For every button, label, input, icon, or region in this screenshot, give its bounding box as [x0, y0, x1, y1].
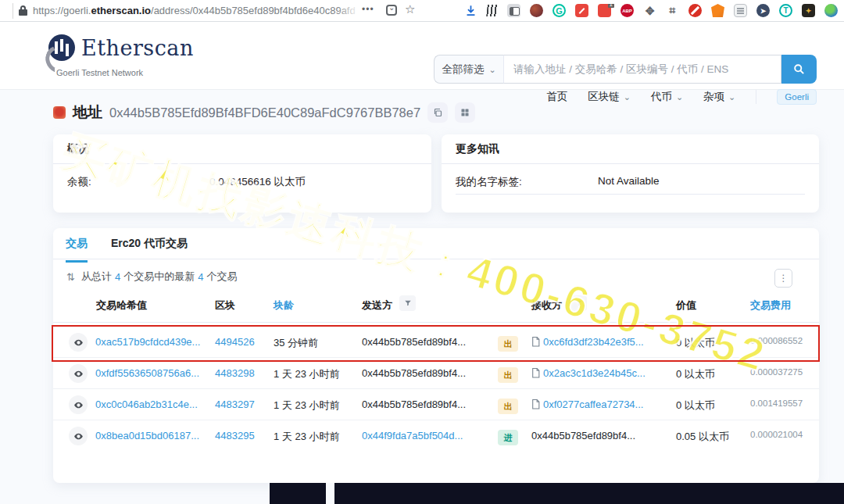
pocket-icon[interactable]: [386, 5, 397, 16]
nav-tokens[interactable]: 代币⌄: [651, 90, 683, 104]
col-from: 发送方: [362, 298, 392, 313]
tx-summary: ⇅ 从总计 4 个交易中的最新 4 个交易: [66, 270, 237, 284]
eye-icon: [73, 400, 84, 410]
tx-total-count[interactable]: 4: [115, 271, 120, 283]
tether-icon[interactable]: T: [779, 4, 792, 17]
nav-misc[interactable]: 杂项⌄: [703, 90, 735, 104]
nav-blockchain[interactable]: 区块链⌄: [588, 90, 631, 104]
more-info-card-title: 更多知讯: [442, 134, 819, 164]
address-identicon: [53, 106, 66, 119]
transactions-card: 交易 Erc20 代币交易 ⇅ 从总计 4 个交易中的最新 4 个交易 ⋮ 交易…: [53, 228, 819, 483]
to-address: 0x2ac3c1d3e24b45c...: [531, 367, 646, 379]
block-link[interactable]: 4483295: [215, 430, 255, 441]
url-fade: [336, 2, 359, 20]
page-actions-icon[interactable]: •••: [362, 4, 374, 15]
dark-app-icon[interactable]: ✦: [802, 4, 815, 17]
to-address-link[interactable]: 0xf0277caffea72734...: [543, 399, 643, 410]
pointer-icon[interactable]: ➤: [756, 4, 770, 17]
name-tag-value: Not Available: [598, 175, 660, 189]
filter-icon: [404, 299, 412, 307]
tx-value: 0.05 以太币: [676, 430, 729, 444]
block-link[interactable]: 4483298: [215, 367, 255, 379]
divider: [456, 194, 805, 195]
filter-from-button[interactable]: [399, 295, 416, 311]
etherscan-logo-icon[interactable]: [48, 34, 75, 61]
block-link[interactable]: 4483297: [215, 399, 255, 410]
nav-home[interactable]: 首页: [546, 90, 567, 104]
col-to: 接收方: [531, 298, 562, 313]
copy-address-button[interactable]: [427, 102, 448, 123]
copy-icon: [433, 108, 442, 117]
tx-fee: 0.001419557: [750, 399, 803, 408]
page-footer-strip: [270, 483, 844, 504]
eye-icon: [73, 369, 84, 379]
extension-row: G 1 ABP ✥ ⌗ ➤ T ✦: [464, 4, 844, 18]
library-icon[interactable]: [486, 5, 499, 16]
filter-to-button[interactable]: [570, 295, 587, 311]
chevron-down-icon: ⌄: [728, 94, 735, 100]
from-address: 0x44b5b785efd89bf4...: [362, 367, 466, 379]
to-address: 0xc6fd3df23b42e3f5...: [531, 336, 644, 348]
network-label: Goerli Testnet Network: [55, 68, 146, 79]
eye-button[interactable]: [69, 333, 88, 352]
move-icon[interactable]: ✥: [643, 4, 656, 17]
divider: [53, 322, 819, 323]
download-icon[interactable]: [464, 4, 477, 17]
extension-clipper-icon[interactable]: [575, 4, 588, 17]
block-link[interactable]: 4494526: [215, 336, 255, 348]
divider: [53, 259, 819, 259]
extension-screenshot-icon[interactable]: 1: [598, 4, 611, 17]
main-nav: 首页 区块链⌄ 代币⌄ 杂项⌄ Goerli: [546, 89, 817, 105]
apps-grid-button[interactable]: [455, 102, 475, 123]
earth-icon[interactable]: [824, 4, 838, 17]
screen: https://goerli.etherscan.io/address/0x44…: [0, 0, 844, 504]
tx-fee: 0.000021004: [750, 430, 803, 439]
direction-badge: 出: [498, 336, 518, 352]
tx-value: 0 以太币: [676, 367, 715, 381]
search-icon: [793, 63, 805, 75]
eye-button[interactable]: [69, 427, 88, 445]
to-address-link[interactable]: 0x2ac3c1d3e24b45c...: [543, 367, 646, 379]
chevron-down-icon: ⌄: [676, 94, 683, 100]
search-button[interactable]: [781, 55, 817, 84]
tx-hash-link[interactable]: 0xc0c046ab2b31c4e...: [95, 399, 198, 410]
sidebar-icon[interactable]: [507, 4, 520, 17]
col-age[interactable]: 块龄: [274, 298, 294, 313]
col-fee[interactable]: 交易费用: [750, 298, 791, 313]
blocker-icon[interactable]: [688, 4, 702, 17]
adblock-icon[interactable]: ABP: [620, 4, 634, 17]
tx-hash-link[interactable]: 0xac517b9cfdcd439e...: [95, 336, 200, 348]
bookmark-star-icon[interactable]: ☆: [405, 2, 415, 16]
to-address-link[interactable]: 0xc6fd3df23b42e3f5...: [543, 336, 644, 348]
search-input[interactable]: [503, 55, 781, 84]
toolbar-divider: [13, 3, 13, 19]
tx-hash-link[interactable]: 0xfdf55636508756a6...: [95, 367, 199, 379]
balance-label: 余额:: [67, 175, 209, 189]
table-options-button[interactable]: ⋮: [774, 269, 792, 288]
notes-icon[interactable]: [734, 4, 747, 17]
search-filter-dropdown[interactable]: 全部筛选 ⌄: [434, 55, 503, 84]
eye-button[interactable]: [69, 395, 88, 414]
network-switch-button[interactable]: Goerli: [777, 89, 817, 105]
tx-hash-link[interactable]: 0x8bea0d15bd06187...: [95, 430, 199, 441]
metamask-icon[interactable]: [711, 4, 724, 17]
address-bar[interactable]: https://goerli.etherscan.io/address/0x44…: [33, 5, 356, 16]
tx-value: 0 以太币: [676, 399, 715, 413]
contract-icon: [531, 337, 540, 347]
extension-maroon-icon[interactable]: [530, 4, 543, 17]
eye-button[interactable]: [69, 364, 88, 383]
table-row: 0x8bea0d15bd06187... 4483295 1 天 23 小时前 …: [53, 420, 819, 452]
eye-icon: [73, 338, 84, 348]
crop-icon[interactable]: ⌗: [666, 4, 679, 17]
from-address-link[interactable]: 0x44f9fda7a5bf504d...: [362, 430, 463, 441]
direction-badge: 出: [498, 367, 518, 383]
chevron-down-icon: ⌄: [488, 66, 495, 73]
tx-age: 35 分钟前: [274, 336, 318, 350]
address-value: 0x44b5B785Efd89Bf4BFD6E40C89aFdC9767BB78…: [109, 105, 420, 120]
grid-icon: [460, 108, 470, 117]
nav-divider: [756, 90, 756, 104]
name-tag-label: 我的名字标签:: [456, 175, 598, 189]
to-address: 0x44b5b785efd89bf4...: [531, 430, 635, 441]
extension-g-icon[interactable]: G: [553, 4, 566, 17]
brand-wordmark[interactable]: Etherscan: [81, 36, 194, 60]
